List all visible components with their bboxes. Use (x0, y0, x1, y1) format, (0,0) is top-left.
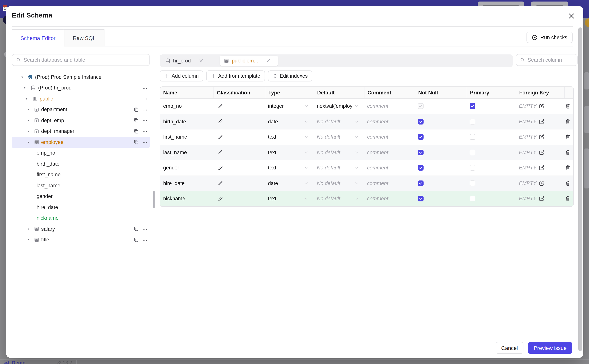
comment-input[interactable]: comment (364, 145, 415, 160)
more-actions-icon[interactable] (142, 96, 147, 102)
delete-column-icon[interactable] (565, 103, 571, 109)
not-null-checkbox[interactable] (418, 119, 423, 124)
column-name-cell[interactable]: last_name (160, 145, 214, 160)
run-checks-button[interactable]: Run checks (527, 32, 573, 43)
more-actions-icon[interactable] (142, 140, 147, 145)
delete-column-icon[interactable] (565, 119, 571, 124)
classification-edit-icon[interactable] (218, 196, 223, 202)
tree-item-column-emp-no[interactable]: emp_no (12, 148, 150, 158)
default-select[interactable]: No default (314, 160, 364, 175)
close-icon[interactable] (568, 13, 575, 20)
duplicate-table-icon[interactable] (134, 129, 139, 134)
primary-checkbox[interactable] (470, 181, 475, 186)
duplicate-table-icon[interactable] (134, 118, 139, 123)
tree-item-table-title[interactable]: title (12, 234, 150, 245)
caret-right-icon[interactable] (27, 119, 30, 122)
duplicate-table-icon[interactable] (134, 107, 139, 112)
caret-right-icon[interactable] (27, 108, 30, 111)
comment-input[interactable]: comment (364, 114, 415, 129)
more-actions-icon[interactable] (142, 129, 147, 134)
comment-input[interactable]: comment (364, 130, 415, 144)
tree-item-column-hire-date[interactable]: hire_date (12, 202, 150, 213)
search-database-input[interactable]: Search database and table (12, 54, 150, 66)
delete-column-icon[interactable] (565, 181, 571, 186)
classification-edit-icon[interactable] (218, 119, 223, 124)
caret-down-icon[interactable] (20, 75, 24, 79)
type-select[interactable]: date (265, 114, 314, 129)
preview-issue-button[interactable]: Preview issue (528, 342, 572, 354)
delete-column-icon[interactable] (565, 150, 571, 155)
default-select[interactable]: No default (314, 145, 364, 160)
column-name-cell[interactable]: birth_date (160, 114, 214, 129)
classification-edit-icon[interactable] (218, 165, 223, 171)
duplicate-table-icon[interactable] (134, 237, 139, 242)
edit-foreign-key-icon[interactable] (538, 134, 544, 140)
more-actions-icon[interactable] (142, 227, 147, 232)
duplicate-table-icon[interactable] (134, 226, 139, 232)
panel-resize-handle[interactable] (153, 191, 156, 208)
more-actions-icon[interactable] (142, 237, 147, 243)
edit-foreign-key-icon[interactable] (538, 119, 544, 124)
tree-item-column-nickname[interactable]: nickname (12, 213, 150, 223)
primary-checkbox[interactable] (470, 165, 475, 171)
column-name-cell[interactable]: first_name (160, 130, 214, 144)
column-name-cell[interactable]: emp_no (160, 99, 214, 114)
default-select[interactable]: nextval('employ (314, 99, 364, 114)
comment-input[interactable]: comment (364, 99, 415, 114)
comment-input[interactable]: comment (364, 176, 415, 191)
comment-input[interactable]: comment (364, 191, 415, 206)
type-select[interactable]: text (265, 130, 314, 144)
caret-down-icon[interactable] (27, 141, 30, 144)
edit-foreign-key-icon[interactable] (538, 165, 544, 171)
caret-right-icon[interactable] (27, 238, 30, 242)
type-select[interactable]: text (265, 145, 314, 160)
tree-item-column-birth-date[interactable]: birth_date (12, 158, 150, 169)
not-null-checkbox[interactable] (418, 134, 423, 140)
editor-tab-hr-prod[interactable]: hr_prod (161, 56, 218, 66)
editor-tab-public-employee[interactable]: public.em... (220, 56, 278, 66)
tree-item-column-gender[interactable]: gender (12, 191, 150, 202)
primary-checkbox[interactable] (470, 150, 475, 155)
type-select[interactable]: text (265, 191, 314, 206)
edit-indexes-button[interactable]: Edit indexes (268, 71, 312, 81)
edit-foreign-key-icon[interactable] (538, 103, 544, 109)
caret-down-icon[interactable] (25, 97, 28, 101)
delete-column-icon[interactable] (565, 134, 571, 140)
edit-foreign-key-icon[interactable] (538, 196, 544, 202)
close-tab-icon[interactable] (199, 59, 203, 63)
primary-checkbox[interactable] (470, 103, 475, 109)
caret-right-icon[interactable] (27, 227, 30, 231)
edit-foreign-key-icon[interactable] (538, 150, 544, 155)
add-column-button[interactable]: Add column (160, 71, 203, 81)
default-select[interactable]: No default (314, 130, 364, 144)
default-select[interactable]: No default (314, 176, 364, 191)
tab-raw-sql[interactable]: Raw SQL (64, 29, 104, 46)
type-select[interactable]: integer (265, 99, 314, 114)
tree-item-database-hr-prod[interactable]: (Prod) hr_prod (12, 82, 150, 93)
tree-item-table-employee[interactable]: employee (12, 137, 150, 148)
classification-edit-icon[interactable] (218, 150, 223, 155)
primary-checkbox[interactable] (470, 134, 475, 140)
comment-input[interactable]: comment (364, 160, 415, 175)
default-select[interactable]: No default (314, 114, 364, 129)
tree-item-schema-public[interactable]: public (12, 93, 150, 104)
classification-edit-icon[interactable] (218, 104, 223, 109)
tree-item-column-last-name[interactable]: last_name (12, 180, 150, 191)
column-name-cell[interactable]: hire_date (160, 176, 214, 191)
close-tab-icon[interactable] (266, 59, 270, 63)
not-null-checkbox[interactable] (418, 165, 423, 171)
tree-item-table-dept-emp[interactable]: dept_emp (12, 115, 150, 126)
tree-item-instance[interactable]: (Prod) Prod Sample Instance (12, 72, 150, 82)
default-select[interactable]: No default (314, 191, 364, 206)
edit-foreign-key-icon[interactable] (538, 181, 544, 186)
not-null-checkbox[interactable] (418, 196, 423, 202)
not-null-checkbox[interactable] (418, 181, 423, 186)
delete-column-icon[interactable] (565, 196, 571, 202)
more-actions-icon[interactable] (142, 85, 147, 91)
scrollbar-thumb[interactable] (578, 27, 582, 351)
type-select[interactable]: date (265, 176, 314, 191)
more-actions-icon[interactable] (142, 118, 147, 123)
delete-column-icon[interactable] (565, 165, 571, 171)
more-actions-icon[interactable] (142, 107, 147, 112)
cancel-button[interactable]: Cancel (495, 342, 523, 354)
